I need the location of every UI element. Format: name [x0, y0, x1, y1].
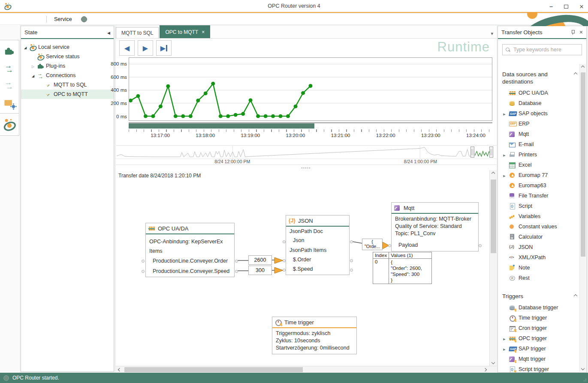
- section-triggers[interactable]: Triggers: [502, 293, 579, 300]
- scroll-up-icon[interactable]: [581, 66, 585, 69]
- expand-arrow-icon[interactable]: [502, 172, 507, 178]
- last-transfer-button[interactable]: [156, 40, 172, 56]
- trigger-item[interactable]: Time trigger: [502, 313, 579, 323]
- menu-item[interactable]: [35, 18, 43, 21]
- runtime-view-button[interactable]: [0, 114, 19, 136]
- tree-item[interactable]: Service status: [21, 52, 114, 61]
- next-transfer-button[interactable]: [138, 40, 153, 56]
- tree-expander-icon[interactable]: [30, 63, 36, 69]
- scroll-down-icon[interactable]: [581, 367, 585, 370]
- tree-item[interactable]: Plug-ins: [21, 61, 114, 71]
- transfer-object-item[interactable]: File Transfer: [502, 191, 579, 201]
- port[interactable]: [142, 270, 145, 273]
- trigger-item[interactable]: Mqtt trigger: [502, 354, 579, 364]
- chart-selection-bar[interactable]: [129, 123, 314, 129]
- transfer-object-item[interactable]: Note: [502, 263, 579, 273]
- scroll-left-icon[interactable]: [118, 368, 121, 371]
- collapse-section-icon[interactable]: [574, 72, 577, 76]
- port[interactable]: [350, 240, 353, 243]
- connection-tab[interactable]: MQTT to SQL: [116, 27, 159, 38]
- timeline-overview[interactable]: 8/24 12:00:00 PM8/24 1:00:00 PM: [116, 145, 497, 165]
- menu-item[interactable]: [4, 18, 12, 21]
- trigger-item[interactable]: OPC trigger: [502, 333, 579, 344]
- plugins-view-button[interactable]: [2, 45, 17, 58]
- splitter-handle[interactable]: [116, 165, 497, 170]
- section-data-sources[interactable]: Data sources and destinations: [502, 71, 579, 85]
- transfer-object-item[interactable]: XML/XPath: [502, 252, 579, 263]
- port[interactable]: [235, 260, 238, 263]
- collapse-section-icon[interactable]: [574, 294, 577, 298]
- trigger-item[interactable]: SAP trigger: [502, 344, 579, 354]
- range-handle-left[interactable]: [470, 147, 474, 158]
- trigger-item[interactable]: Cron trigger: [502, 323, 579, 333]
- transfer-object-item[interactable]: JSON: [502, 242, 579, 252]
- transfer-object-item[interactable]: Mqtt: [502, 129, 579, 139]
- port[interactable]: [350, 259, 353, 262]
- connections-view-button[interactable]: [2, 61, 17, 75]
- transfer-object-item[interactable]: Excel: [502, 160, 579, 170]
- json-node[interactable]: JSON JsonPath Doc Json JsonPath Items $.…: [286, 215, 350, 275]
- diagram-vertical-scrollbar[interactable]: [489, 170, 497, 366]
- transfer-object-item[interactable]: SAP objects: [502, 108, 579, 119]
- expand-arrow-icon[interactable]: [502, 346, 507, 352]
- scroll-up-icon[interactable]: [492, 172, 495, 175]
- scrollbar-thumb[interactable]: [124, 367, 303, 372]
- transfer-object-item[interactable]: Variables: [502, 211, 579, 221]
- expand-arrow-icon[interactable]: [502, 111, 507, 117]
- port[interactable]: [283, 259, 286, 262]
- project-settings-button[interactable]: [2, 95, 17, 109]
- pin-panel-icon[interactable]: [571, 30, 575, 35]
- port[interactable]: [142, 260, 145, 263]
- mqtt-node[interactable]: Mqtt Brokeranbindung: MQTT-Broker Qualit…: [391, 202, 479, 251]
- transfer-object-item[interactable]: Database: [502, 98, 579, 108]
- scroll-right-icon[interactable]: [483, 368, 487, 371]
- transfer-object-item[interactable]: OPC UA/DA: [502, 88, 579, 98]
- transfer-object-item[interactable]: Script: [502, 201, 579, 211]
- previous-transfer-button[interactable]: [119, 40, 135, 56]
- close-panel-icon[interactable]: [579, 29, 583, 36]
- transfer-object-item[interactable]: Constant values: [502, 221, 579, 232]
- maximize-button[interactable]: [564, 5, 568, 9]
- templates-view-button[interactable]: [2, 78, 17, 92]
- tree-item[interactable]: Connections: [21, 71, 114, 80]
- close-button[interactable]: [579, 3, 584, 10]
- tab-close-icon[interactable]: [202, 29, 205, 35]
- port[interactable]: [388, 244, 391, 247]
- transfer-object-item[interactable]: E-mail: [502, 139, 579, 150]
- search-input[interactable]: [513, 47, 579, 53]
- tree-expander-icon[interactable]: [30, 72, 36, 78]
- tree-item[interactable]: MQTT to SQL: [21, 80, 114, 90]
- transfer-object-item[interactable]: Printers: [502, 150, 579, 160]
- trigger-item[interactable]: Database trigger: [502, 302, 579, 313]
- panel-vertical-scrollbar[interactable]: [579, 64, 586, 372]
- collapse-panel-icon[interactable]: [107, 29, 110, 36]
- menu-item[interactable]: [20, 18, 27, 21]
- resize-grip[interactable]: [585, 380, 586, 381]
- transfer-object-item[interactable]: Calculator: [502, 232, 579, 242]
- tree-expander-icon[interactable]: [23, 44, 28, 50]
- transfer-object-item[interactable]: Euromap63: [502, 180, 579, 191]
- menu-item[interactable]: [27, 18, 35, 21]
- connection-tab[interactable]: OPC to MQTT: [160, 25, 210, 38]
- scroll-down-icon[interactable]: [492, 361, 495, 364]
- transfer-object-item[interactable]: Euromap 77: [502, 170, 579, 180]
- menu-item-service[interactable]: Service: [50, 15, 76, 24]
- transfer-object-item[interactable]: ERP: [502, 119, 579, 129]
- tree-item[interactable]: OPC to MQTT: [21, 90, 114, 99]
- expand-arrow-icon[interactable]: [502, 335, 507, 341]
- range-handle-right[interactable]: [489, 147, 493, 158]
- expand-arrow-icon[interactable]: [502, 152, 507, 158]
- menu-item[interactable]: [12, 18, 20, 21]
- scrollbar-thumb[interactable]: [581, 72, 585, 257]
- chart-selection-track[interactable]: [129, 122, 492, 129]
- tree-item[interactable]: Local service: [21, 42, 114, 52]
- scrollbar-thumb[interactable]: [491, 180, 496, 253]
- trigger-item[interactable]: Script trigger: [502, 364, 579, 372]
- transfer-object-item[interactable]: Rest: [502, 273, 579, 283]
- chart-plot-area[interactable]: [129, 57, 492, 121]
- port[interactable]: [235, 270, 238, 273]
- minimize-button[interactable]: [549, 3, 553, 9]
- search-box[interactable]: [502, 44, 582, 55]
- port[interactable]: [283, 269, 286, 272]
- tab-list-dropdown-icon[interactable]: [491, 29, 493, 37]
